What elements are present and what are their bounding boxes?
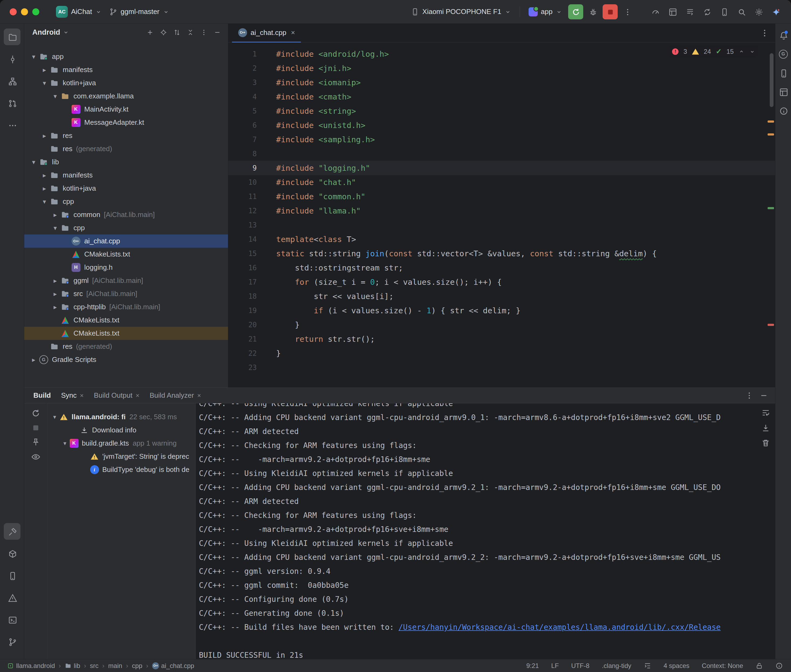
device-explorer-button[interactable] [777,66,790,80]
scroll-to-end-button[interactable] [761,423,770,432]
line-number[interactable]: 19 [228,307,269,315]
settings-button[interactable] [751,4,766,19]
close-tab-icon[interactable]: × [197,392,201,399]
editor-scrollbar[interactable] [770,53,773,107]
stripe-warning-mark[interactable] [768,133,774,136]
tree-item-manifests[interactable]: ▸manifests [24,169,228,182]
chevron-right-icon[interactable]: ▸ [50,277,60,285]
code-line[interactable]: 5#include <string> [228,104,775,118]
line-number[interactable]: 5 [228,107,269,115]
code-text[interactable]: #include "common.h" [269,192,366,201]
gradle-tool-button[interactable]: G [777,47,790,61]
line-number[interactable]: 20 [228,321,269,329]
line-number[interactable]: 2 [228,64,269,72]
code-line[interactable]: 11#include "common.h" [228,189,775,203]
breadcrumb-item[interactable]: C++ai_chat.cpp [152,662,194,670]
breadcrumb-item[interactable]: llama.android [7,662,55,670]
tree-item-cmakelists-txt[interactable]: CMakeLists.txt [24,327,228,340]
chevron-right-icon[interactable]: ▸ [39,171,50,179]
inspections-widget[interactable]: ! 3 24 ✓ 15 [669,46,758,57]
sync-tree-item[interactable]: ▾llama.android: fi22 sec, 583 ms [47,410,196,424]
tree-item-logging-h[interactable]: Hlogging.h [24,261,228,274]
file-encoding[interactable]: UTF-8 [571,662,589,670]
line-number[interactable]: 12 [228,207,269,215]
chevron-right-icon[interactable]: ▸ [39,132,50,139]
code-line[interactable]: 20 } [228,318,775,332]
code-line[interactable]: 17 for (size_t i = 0; i < values.size();… [228,275,775,289]
add-button[interactable] [144,27,155,38]
code-line[interactable]: 15static std::string join(const std::vec… [228,246,775,261]
terminal-tool-button[interactable] [4,611,21,628]
tree-item-gradle-scripts[interactable]: ▸GGradle Scripts [24,353,228,366]
clang-tidy-profile[interactable]: .clang-tidy [602,662,631,670]
stripe-warning-mark[interactable] [768,120,774,123]
line-number[interactable]: 13 [228,221,269,229]
chevron-down-icon[interactable]: ▾ [29,158,39,166]
tree-item-common[interactable]: ▸common[AiChat.lib.main] [24,208,228,221]
chevron-down-icon[interactable]: ▾ [39,198,50,205]
tree-item-lib[interactable]: ▾lib [24,155,228,169]
stripe-error-mark[interactable] [768,324,774,326]
sync-tree-item[interactable]: 'jvmTarget': String' is deprec [47,450,196,463]
more-tools-button[interactable] [4,117,21,133]
line-number[interactable]: 17 [228,278,269,286]
close-tab-icon[interactable]: × [291,29,295,37]
chevron-right-icon[interactable]: ▸ [50,303,60,311]
device-selector[interactable]: Xiaomi POCOPHONE F1 [407,5,515,19]
tree-item-cmakelists-txt[interactable]: CMakeLists.txt [24,248,228,261]
line-number[interactable]: 7 [228,136,269,144]
clear-console-button[interactable] [761,438,770,448]
chevron-down-icon[interactable]: ▾ [39,79,50,87]
code-text[interactable]: #include <jni.h> [269,64,351,73]
code-text[interactable]: #include <unistd.h> [269,121,366,130]
hide-panel-button[interactable] [212,27,223,38]
packages-tool-button[interactable] [4,545,21,562]
tab-build-analyzer[interactable]: Build Analyzer× [150,391,201,400]
next-problem-button[interactable] [749,49,755,54]
commit-tool-button[interactable] [4,51,21,67]
sync-tree-item[interactable]: ▾Kbuild.gradle.ktsapp 1 warning [47,437,196,450]
project-widget[interactable]: AC AiChat [52,3,106,21]
tree-item-mainactivity-kt[interactable]: KMainActivity.kt [24,103,228,116]
code-text[interactable]: std::ostringstream str; [269,263,403,272]
ide-status-icon[interactable] [775,662,783,670]
profiler-button[interactable] [648,4,663,19]
gemini-assistant-button[interactable] [769,4,783,19]
code-line[interactable]: 14template<class T> [228,232,775,246]
tree-item-res[interactable]: res(generated) [24,340,228,353]
pull-requests-tool-button[interactable] [4,94,21,111]
version-control-tool-button[interactable] [4,633,21,650]
zoom-window-button[interactable] [32,8,39,15]
project-view-selector[interactable]: Android [32,28,60,37]
breadcrumb-item[interactable]: cpp [132,662,142,670]
expand-selector-button[interactable] [172,27,182,38]
context-widget[interactable]: Context: None [702,662,743,670]
line-number[interactable]: 14 [228,235,269,243]
problems-tool-button[interactable] [4,589,21,606]
vcs-branch-widget[interactable]: ggml-master [106,5,173,19]
project-tool-button[interactable] [4,29,21,45]
pin-icon[interactable] [31,438,40,447]
chevron-right-icon[interactable]: ▸ [50,211,60,219]
logcat-button[interactable] [682,4,697,19]
tree-item-ai-chat-cpp[interactable]: C++ai_chat.cpp [24,235,228,248]
more-run-actions-button[interactable] [620,4,635,19]
code-text[interactable]: #include <android/log.h> [269,50,389,59]
tree-item-ggml[interactable]: ▸ggml[AiChat.lib.main] [24,274,228,287]
line-number[interactable]: 1 [228,50,269,58]
layout-inspector-button[interactable] [665,4,680,19]
code-text[interactable]: #include <sampling.h> [269,135,375,144]
tree-item-manifests[interactable]: ▸manifests [24,63,228,76]
line-number[interactable]: 21 [228,335,269,343]
code-text[interactable]: #include <iomanip> [269,78,361,87]
chevron-down-icon[interactable]: ▾ [50,93,60,100]
code-line[interactable]: 18 str << values[i]; [228,289,775,303]
tree-item-app[interactable]: ▾app [24,50,228,63]
line-number[interactable]: 10 [228,178,269,186]
code-text[interactable]: #include <cmath> [269,92,351,101]
chevron-right-icon[interactable]: ▸ [29,356,39,363]
filter-eye-icon[interactable] [31,452,40,461]
code-line[interactable]: 9#include "logging.h" [228,161,775,175]
chevron-down-icon[interactable]: ▾ [29,53,39,61]
search-everywhere-button[interactable] [734,4,749,19]
